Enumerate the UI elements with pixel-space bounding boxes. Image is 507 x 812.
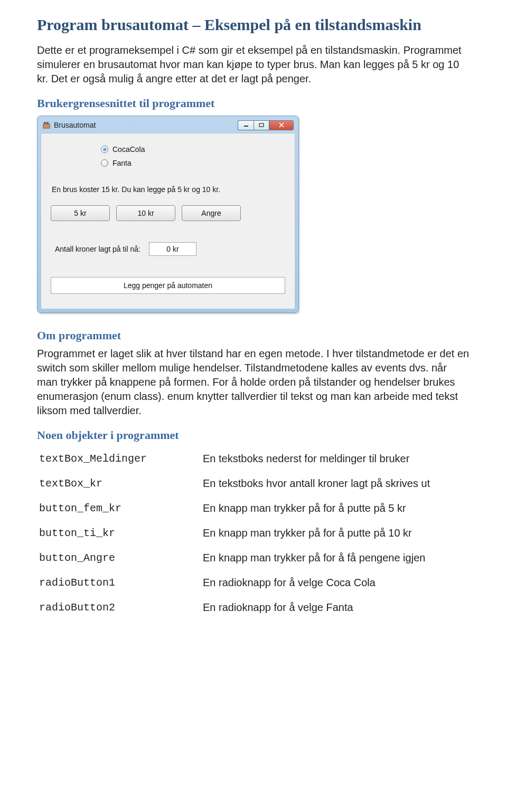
svg-rect-1 <box>44 122 46 124</box>
intro-paragraph: Dette er et programeksempel i C# som gir… <box>37 43 470 86</box>
object-desc: En knapp man trykker på for å få pengene… <box>201 546 470 570</box>
table-row: radioButton1En radioknapp for å velge Co… <box>37 570 470 595</box>
app-icon <box>42 121 51 129</box>
client-area: CocaCola Fanta En brus koster 15 kr. Du … <box>41 133 295 309</box>
undo-button[interactable]: Angre <box>182 205 241 221</box>
amount-label: Antall kroner lagt på til nå: <box>55 245 140 253</box>
titlebar: Brusautomat <box>41 119 295 133</box>
close-button[interactable] <box>269 120 294 130</box>
about-paragraph: Programmet er laget slik at hver tilstan… <box>37 347 470 418</box>
svg-rect-2 <box>46 122 49 124</box>
radio-icon <box>101 146 108 153</box>
window-title: Brusautomat <box>54 121 238 129</box>
radio-icon <box>101 159 108 167</box>
page-title: Program brusautomat – Eksempel på en til… <box>37 16 470 34</box>
object-name: button_fem_kr <box>37 496 201 521</box>
objects-table: textBox_MeldingerEn tekstboks nederst fo… <box>37 446 470 620</box>
object-desc: En tekstboks hvor antall kroner lagt på … <box>201 471 470 496</box>
table-row: textBox_MeldingerEn tekstboks nederst fo… <box>37 446 470 471</box>
price-text: En brus koster 15 kr. Du kan legge på 5 … <box>52 185 285 194</box>
app-window: Brusautomat CocaCola Fanta En brus ko <box>37 116 299 313</box>
radio-label: CocaCola <box>112 145 145 154</box>
object-desc: En tekstboks nederst for meldinger til b… <box>201 446 470 471</box>
five-kr-button[interactable]: 5 kr <box>51 205 110 221</box>
svg-rect-0 <box>43 124 50 128</box>
object-desc: En knapp man trykker på for å putte på 1… <box>201 521 470 546</box>
svg-rect-4 <box>259 123 264 127</box>
table-row: radioButton2En radioknapp for å velge Fa… <box>37 595 470 620</box>
object-name: radioButton2 <box>37 595 201 620</box>
object-desc: En radioknapp for å velge Fanta <box>201 595 470 620</box>
radio-cocacola[interactable]: CocaCola <box>101 145 285 154</box>
table-row: textBox_krEn tekstboks hvor antall krone… <box>37 471 470 496</box>
section-objects-heading: Noen objekter i programmet <box>37 428 470 442</box>
object-desc: En knapp man trykker på for å putte på 5… <box>201 496 470 521</box>
message-textbox[interactable]: Legg penger på automaten <box>51 277 285 294</box>
object-name: button_ti_kr <box>37 521 201 546</box>
object-name: radioButton1 <box>37 570 201 595</box>
object-desc: En radioknapp for å velge Coca Cola <box>201 570 470 595</box>
minimize-button[interactable] <box>238 120 253 130</box>
table-row: button_AngreEn knapp man trykker på for … <box>37 546 470 570</box>
table-row: button_ti_krEn knapp man trykker på for … <box>37 521 470 546</box>
ten-kr-button[interactable]: 10 kr <box>116 205 175 221</box>
section-about-heading: Om programmet <box>37 329 470 342</box>
amount-textbox[interactable]: 0 kr <box>149 242 196 256</box>
object-name: textBox_kr <box>37 471 201 496</box>
radio-fanta[interactable]: Fanta <box>101 159 285 167</box>
section-gui-heading: Brukergrensesnittet til programmet <box>37 97 470 110</box>
table-row: button_fem_krEn knapp man trykker på for… <box>37 496 470 521</box>
radio-label: Fanta <box>112 159 132 167</box>
maximize-button[interactable] <box>253 120 269 130</box>
object-name: textBox_Meldinger <box>37 446 201 471</box>
object-name: button_Angre <box>37 546 201 570</box>
svg-rect-3 <box>244 126 248 127</box>
